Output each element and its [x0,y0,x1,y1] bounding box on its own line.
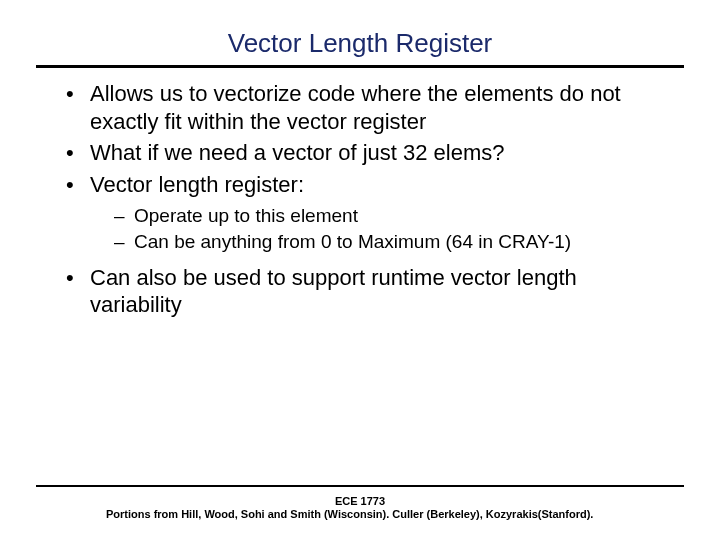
credits-text: Portions from Hill, Wood, Sohi and Smith… [106,508,614,522]
slide: Vector Length Register Allows us to vect… [0,0,720,540]
bullet-list: Allows us to vectorize code where the el… [60,80,670,319]
footer-divider [36,485,684,487]
footer-text: ECE 1773 Portions from Hill, Wood, Sohi … [36,495,684,523]
slide-title: Vector Length Register [0,0,720,65]
sub-bullet-list: Operate up to this element Can be anythi… [90,204,670,254]
slide-content: Allows us to vectorize code where the el… [60,80,670,319]
list-item: Operate up to this element [112,204,670,228]
course-code: ECE 1773 [106,495,614,509]
list-item: Can be anything from 0 to Maximum (64 in… [112,230,670,254]
bullet-text: Can be anything from 0 to Maximum (64 in… [134,231,571,252]
bullet-text: Can also be used to support runtime vect… [90,265,577,318]
bullet-text: What if we need a vector of just 32 elem… [90,140,505,165]
title-divider [36,65,684,68]
bullet-text: Allows us to vectorize code where the el… [90,81,621,134]
bullet-text: Vector length register: [90,172,304,197]
list-item: Vector length register: Operate up to th… [60,171,670,254]
list-item: Allows us to vectorize code where the el… [60,80,670,135]
list-item: Can also be used to support runtime vect… [60,264,670,319]
footer-region: ECE 1773 Portions from Hill, Wood, Sohi … [36,485,684,523]
bullet-text: Operate up to this element [134,205,358,226]
list-item: What if we need a vector of just 32 elem… [60,139,670,167]
